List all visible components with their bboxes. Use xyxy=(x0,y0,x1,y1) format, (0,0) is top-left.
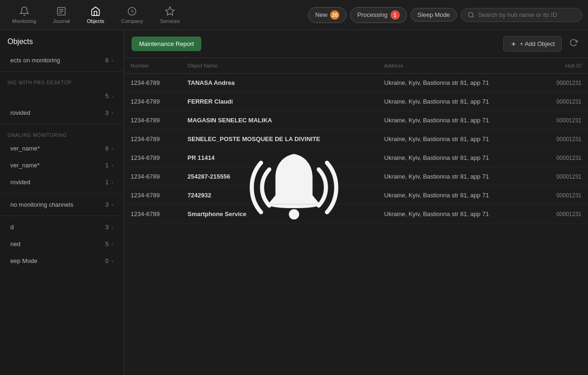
cell-object-name: FERRER Claudi xyxy=(181,92,378,111)
cell-object-name: TANASA Andrea xyxy=(181,74,378,92)
col-number: Number xyxy=(124,58,181,74)
cell-hub-id: 00001231 xyxy=(537,149,588,167)
table-row[interactable]: 1234-6789 SENELEC_POSTE MOSQUEE DE LA DI… xyxy=(124,130,588,149)
cell-number: 1234-6789 xyxy=(124,74,181,92)
col-hub-id: Hub ID xyxy=(537,58,588,74)
cell-object-name: 7242932 xyxy=(181,186,378,205)
maintenance-report-button[interactable]: Maintenance Report xyxy=(132,37,201,51)
objects-table-wrapper: Number Object Name Address Hub ID 1234-6… xyxy=(124,58,588,375)
objects-table: Number Object Name Address Hub ID 1234-6… xyxy=(124,58,588,224)
cell-address: Ukraine, Kyiv, Bastionna str 81, app 71 xyxy=(378,74,537,92)
table-row[interactable]: 1234-6789 254287-215556 Ukraine, Kyiv, B… xyxy=(124,167,588,186)
content-toolbar: Maintenance Report + Add Object xyxy=(124,30,588,58)
cell-object-name: 254287-215556 xyxy=(181,167,378,186)
sidebar-item-d[interactable]: d 3 › xyxy=(3,219,121,235)
table-row[interactable]: 1234-6789 FERRER Claudi Ukraine, Kyiv, B… xyxy=(124,92,588,111)
nav-objects[interactable]: Objects xyxy=(80,0,110,30)
sidebar-divider-3 xyxy=(0,193,124,194)
top-nav: Monitoring Journal Objects Company Servi… xyxy=(0,0,588,30)
processing-button[interactable]: Processing 1 xyxy=(350,7,406,23)
nav-company[interactable]: Company xyxy=(115,0,150,30)
svg-marker-5 xyxy=(166,7,174,15)
nav-action-buttons: New 20 Processing 1 Sleep Mode xyxy=(308,7,457,23)
cell-hub-id: 00001231 xyxy=(537,92,588,111)
cell-address: Ukraine, Kyiv, Bastionna str 81, app 71 xyxy=(378,205,537,224)
sidebar-item-sig-2[interactable]: ver_name* 1 › xyxy=(3,157,121,173)
sidebar: Objects ects on monitoring 8 › ING WITH … xyxy=(0,30,124,375)
plus-icon xyxy=(510,41,517,47)
svg-line-7 xyxy=(472,16,474,17)
sidebar-item-monitoring[interactable]: ects on monitoring 8 › xyxy=(3,52,121,68)
sidebar-divider-2 xyxy=(0,124,124,124)
content-area: Maintenance Report + Add Object xyxy=(124,30,588,375)
sidebar-item-pro-2[interactable]: rovided 3 › xyxy=(3,105,121,121)
search-bar[interactable] xyxy=(461,8,582,22)
cell-number: 1234-6789 xyxy=(124,149,181,167)
table-header: Number Object Name Address Hub ID xyxy=(124,58,588,74)
cell-number: 1234-6789 xyxy=(124,92,181,111)
table-row[interactable]: 1234-6789 TANASA Andrea Ukraine, Kyiv, B… xyxy=(124,74,588,92)
cell-address: Ukraine, Kyiv, Bastionna str 81, app 71 xyxy=(378,149,537,167)
cell-address: Ukraine, Kyiv, Bastionna str 81, app 71 xyxy=(378,167,537,186)
cell-address: Ukraine, Kyiv, Bastionna str 81, app 71 xyxy=(378,186,537,205)
cell-number: 1234-6789 xyxy=(124,111,181,130)
sidebar-item-sig-3[interactable]: rovided 1 › xyxy=(3,174,121,190)
sidebar-item-sig-1[interactable]: ver_name* 6 › xyxy=(3,140,121,157)
toolbar-right: + Add Object xyxy=(503,36,581,52)
cell-object-name: PR 11414 xyxy=(181,149,378,167)
table-row[interactable]: 1234-6789 Smartphone Service Ukraine, Ky… xyxy=(124,205,588,224)
sidebar-item-pro-1[interactable]: 5 › xyxy=(3,88,121,104)
cell-address: Ukraine, Kyiv, Bastionna str 81, app 71 xyxy=(378,92,537,111)
add-object-button[interactable]: + Add Object xyxy=(503,36,562,52)
table-row[interactable]: 1234-6789 7242932 Ukraine, Kyiv, Bastion… xyxy=(124,186,588,205)
nav-journal[interactable]: Journal xyxy=(46,0,76,30)
new-badge: 20 xyxy=(330,10,339,20)
cell-object-name: MAGASIN SENELEC MALIKA xyxy=(181,111,378,130)
cell-number: 1234-6789 xyxy=(124,205,181,224)
new-button[interactable]: New 20 xyxy=(308,7,346,23)
cell-hub-id: 00001231 xyxy=(537,186,588,205)
table-row[interactable]: 1234-6789 MAGASIN SENELEC MALIKA Ukraine… xyxy=(124,111,588,130)
sidebar-divider-1 xyxy=(0,71,124,72)
cell-address: Ukraine, Kyiv, Bastionna str 81, app 71 xyxy=(378,130,537,149)
sidebar-divider-4 xyxy=(0,216,124,216)
refresh-button[interactable] xyxy=(566,36,581,52)
sidebar-group-signaling: GNALING MONITORING xyxy=(0,127,124,140)
cell-number: 1234-6789 xyxy=(124,167,181,186)
sleep-mode-button[interactable]: Sleep Mode xyxy=(411,8,457,22)
sidebar-item-channels[interactable]: no monitoring channels 3 › xyxy=(3,196,121,213)
cell-number: 1234-6789 xyxy=(124,130,181,149)
sidebar-title: Objects xyxy=(0,30,124,52)
sidebar-group-pro-desktop: ING WITH PRO DESKTOP xyxy=(0,75,124,87)
svg-point-6 xyxy=(469,12,473,17)
sidebar-item-sleep-mode[interactable]: eep Mode 0 › xyxy=(3,253,121,269)
search-icon xyxy=(468,11,474,19)
table-body: 1234-6789 TANASA Andrea Ukraine, Kyiv, B… xyxy=(124,74,588,224)
cell-hub-id: 00001231 xyxy=(537,167,588,186)
cell-hub-id: 00001231 xyxy=(537,205,588,224)
sidebar-item-ned[interactable]: ned 5 › xyxy=(3,236,121,252)
nav-services[interactable]: Services xyxy=(154,0,186,30)
cell-address: Ukraine, Kyiv, Bastionna str 81, app 71 xyxy=(378,111,537,130)
table-row[interactable]: 1234-6789 PR 11414 Ukraine, Kyiv, Bastio… xyxy=(124,149,588,167)
col-address: Address xyxy=(378,58,537,74)
col-object-name: Object Name xyxy=(181,58,378,74)
processing-badge: 1 xyxy=(390,10,400,20)
main-layout: Objects ects on monitoring 8 › ING WITH … xyxy=(0,30,588,375)
cell-object-name: SENELEC_POSTE MOSQUEE DE LA DIVINITE xyxy=(181,130,378,149)
cell-number: 1234-6789 xyxy=(124,186,181,205)
cell-hub-id: 00001231 xyxy=(537,74,588,92)
cell-hub-id: 00001231 xyxy=(537,111,588,130)
nav-monitoring[interactable]: Monitoring xyxy=(6,0,43,30)
search-input[interactable] xyxy=(478,11,575,18)
cell-object-name: Smartphone Service xyxy=(181,205,378,224)
cell-hub-id: 00001231 xyxy=(537,130,588,149)
refresh-icon xyxy=(569,38,578,47)
